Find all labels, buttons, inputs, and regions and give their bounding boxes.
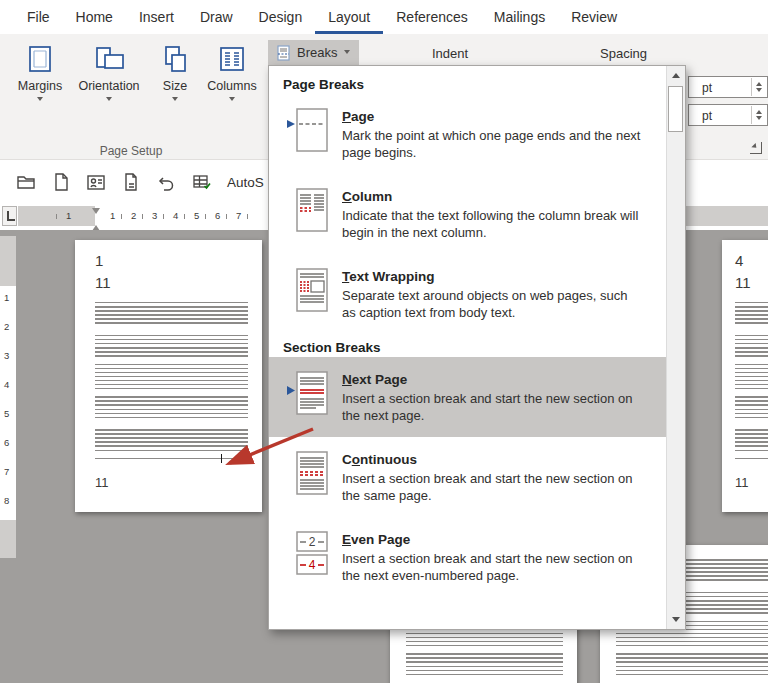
- page-setup-group-label: Page Setup: [0, 144, 262, 158]
- menu-item-even-page[interactable]: 2 4 Even Page Insert a section break and…: [269, 517, 666, 597]
- ruler-number: 5: [194, 210, 199, 221]
- menu-item-description: Insert a section break and start the new…: [342, 391, 642, 424]
- orientation-label: Orientation: [72, 79, 146, 93]
- ruler-number: 3: [4, 350, 9, 361]
- menu-item-description: Separate text around objects on web page…: [342, 288, 642, 321]
- page-breaks-header: Page Breaks: [283, 77, 666, 92]
- spacing-before-unit: pt: [702, 81, 712, 95]
- text-cursor: [221, 454, 222, 463]
- menu-item-description: Mark the point at which one page ends an…: [342, 128, 642, 161]
- autosave-label: AutoS: [227, 175, 264, 190]
- step-up-icon[interactable]: [756, 79, 762, 86]
- svg-text:2: 2: [309, 535, 316, 549]
- ruler-number: 5: [4, 408, 9, 419]
- next-page-break-icon: [285, 370, 329, 416]
- tab-selector-icon[interactable]: [2, 206, 17, 226]
- open-folder-icon[interactable]: [16, 172, 36, 192]
- table-insert-icon[interactable]: [191, 172, 212, 192]
- size-icon: [160, 44, 190, 74]
- chevron-down-icon: [172, 97, 178, 104]
- column-break-icon: [285, 187, 329, 233]
- ruler-number: 2: [4, 321, 9, 332]
- document-refresh-icon[interactable]: [121, 172, 141, 192]
- columns-button[interactable]: Columns: [202, 40, 262, 104]
- indent-group-label: Indent: [432, 46, 468, 61]
- scroll-down-button[interactable]: [667, 610, 685, 629]
- tab-mailings[interactable]: Mailings: [481, 0, 558, 34]
- tab-insert[interactable]: Insert: [126, 0, 187, 34]
- spacing-before-field[interactable]: pt: [688, 76, 768, 98]
- menu-item-page[interactable]: Page Mark the point at which one page en…: [269, 94, 666, 174]
- menu-item-title: Column: [342, 189, 642, 204]
- page-break-icon: [285, 107, 329, 153]
- undo-icon[interactable]: [156, 172, 176, 192]
- tab-design[interactable]: Design: [246, 0, 316, 34]
- ruler-number: 8: [4, 495, 9, 506]
- section-breaks-header: Section Breaks: [283, 340, 666, 355]
- page-body-text: [95, 302, 248, 460]
- even-page-break-icon: 2 4: [285, 530, 329, 576]
- scroll-up-button[interactable]: [667, 66, 685, 85]
- size-button[interactable]: Size: [152, 40, 198, 104]
- dialog-launcher-icon[interactable]: [750, 142, 762, 154]
- orientation-button[interactable]: Orientation: [72, 40, 146, 104]
- chevron-down-icon: [37, 97, 43, 104]
- menu-item-column[interactable]: Column Indicate that the text following …: [269, 174, 666, 254]
- step-down-icon[interactable]: [756, 88, 762, 95]
- ruler-number: 2: [131, 210, 136, 221]
- tab-draw[interactable]: Draw: [187, 0, 246, 34]
- spacing-before-stepper[interactable]: [751, 78, 766, 96]
- svg-text:4: 4: [309, 558, 316, 572]
- menu-item-description: Insert a section break and start the new…: [342, 551, 642, 584]
- word-window: File Home Insert Draw Design Layout Refe…: [0, 0, 768, 683]
- page-text-line: 11: [735, 274, 751, 291]
- ribbon-tab-bar: File Home Insert Draw Design Layout Refe…: [0, 0, 768, 34]
- spacing-after-unit: pt: [702, 109, 712, 123]
- step-down-icon[interactable]: [756, 116, 762, 123]
- spacing-after-field[interactable]: pt: [688, 104, 768, 126]
- menu-item-title: Page: [342, 109, 642, 124]
- vertical-ruler: 1 2 3 4 5 6 7 8: [0, 236, 16, 558]
- size-label: Size: [152, 79, 198, 93]
- tab-review[interactable]: Review: [558, 0, 630, 34]
- tab-home[interactable]: Home: [63, 0, 126, 34]
- document-page-4[interactable]: 4 11 11: [722, 240, 768, 512]
- margins-button[interactable]: Margins: [12, 40, 68, 104]
- step-up-icon[interactable]: [756, 107, 762, 114]
- menu-item-title: Even Page: [342, 532, 642, 547]
- ruler-number: 1: [4, 292, 9, 303]
- text-wrapping-break-icon: [285, 267, 329, 313]
- breaks-icon: [277, 45, 291, 61]
- menu-scrollbar[interactable]: [666, 66, 685, 629]
- spacing-after-stepper[interactable]: [751, 106, 766, 124]
- tab-layout[interactable]: Layout: [315, 0, 383, 34]
- ruler-page-area: [95, 206, 285, 226]
- continuous-break-icon: [285, 450, 329, 496]
- menu-item-description: Insert a section break and start the new…: [342, 471, 642, 504]
- columns-icon: [217, 44, 247, 74]
- ruler-number: 1: [66, 210, 71, 221]
- scrollbar-thumb[interactable]: [668, 86, 683, 132]
- new-document-icon[interactable]: [51, 172, 71, 192]
- contact-card-icon[interactable]: [86, 172, 106, 192]
- spacing-group-label: Spacing: [600, 46, 647, 61]
- document-page-1[interactable]: 1 11 11: [75, 240, 262, 512]
- breaks-button[interactable]: Breaks: [268, 40, 359, 65]
- ruler-number: 6: [4, 437, 9, 448]
- tab-references[interactable]: References: [383, 0, 481, 34]
- scroll-down-icon: [672, 617, 680, 626]
- breaks-label: Breaks: [297, 45, 337, 60]
- ruler-number: 4: [173, 210, 178, 221]
- menu-item-continuous[interactable]: Continuous Insert a section break and st…: [269, 437, 666, 517]
- menu-item-text-wrapping[interactable]: Text Wrapping Separate text around objec…: [269, 254, 666, 334]
- ruler-number: 1: [110, 210, 115, 221]
- page-text-line: 11: [95, 274, 111, 291]
- page-text-line: 11: [95, 475, 109, 490]
- columns-label: Columns: [202, 79, 262, 93]
- menu-item-next-page[interactable]: Next Page Insert a section break and sta…: [269, 357, 666, 437]
- ruler-number: 4: [4, 379, 9, 390]
- indent-markers[interactable]: [91, 208, 101, 228]
- tab-file[interactable]: File: [14, 0, 63, 34]
- scroll-up-icon: [672, 69, 680, 78]
- menu-item-title: Continuous: [342, 452, 642, 467]
